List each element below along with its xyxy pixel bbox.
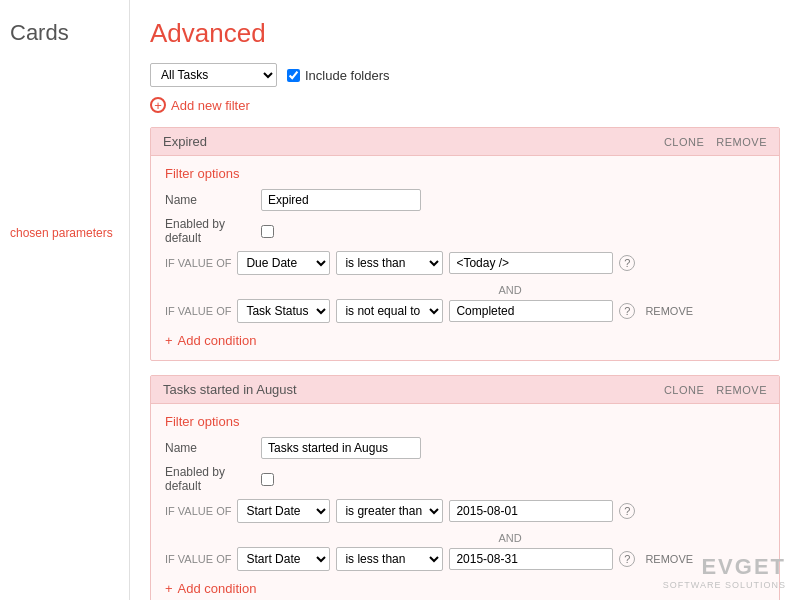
- add-condition-icon-expired: +: [165, 333, 173, 348]
- enabled-row-expired: Enabled by default: [165, 217, 765, 245]
- condition-1-august: IF VALUE OF Start Date Due Date Task Sta…: [165, 499, 765, 523]
- value-input-1-expired[interactable]: [449, 252, 613, 274]
- enabled-label-august: Enabled by default: [165, 465, 255, 493]
- main-content: Advanced All Tasks Active Tasks Complete…: [130, 0, 800, 600]
- operator-select-1-august[interactable]: is greater than is less than is equal to…: [336, 499, 443, 523]
- filter-actions-expired: CLONE REMOVE: [664, 136, 767, 148]
- if-value-of-label-aug-2: IF VALUE OF: [165, 553, 231, 565]
- add-filter-label: Add new filter: [171, 98, 250, 113]
- sidebar-title: Cards: [10, 20, 119, 46]
- remove-august-button[interactable]: REMOVE: [716, 384, 767, 396]
- add-condition-icon-august: +: [165, 581, 173, 596]
- evget-logo-subtext: SOFTWARE SOLUTIONS: [663, 580, 786, 590]
- name-row-august: Name: [165, 437, 765, 459]
- value-input-2-expired[interactable]: [449, 300, 613, 322]
- filter-title-august: Tasks started in August: [163, 382, 297, 397]
- enabled-row-august: Enabled by default: [165, 465, 765, 493]
- tasks-dropdown[interactable]: All Tasks Active Tasks Completed Tasks: [150, 63, 277, 87]
- if-value-of-label-2: IF VALUE OF: [165, 305, 231, 317]
- toolbar: All Tasks Active Tasks Completed Tasks I…: [150, 63, 780, 87]
- value-input-2-august[interactable]: [449, 548, 613, 570]
- add-condition-button-august[interactable]: + Add condition: [165, 577, 256, 596]
- field-select-2-august[interactable]: Start Date Due Date Task Status: [237, 547, 330, 571]
- add-condition-label-august: Add condition: [178, 581, 257, 596]
- name-input-august[interactable]: [261, 437, 421, 459]
- filter-options-title-expired: Filter options: [165, 166, 765, 181]
- field-select-1-expired[interactable]: Due Date Start Date Task Status: [237, 251, 330, 275]
- filter-options-title-august: Filter options: [165, 414, 765, 429]
- filter-card-expired: Expired CLONE REMOVE Filter options Name…: [150, 127, 780, 361]
- enabled-checkbox-expired[interactable]: [261, 225, 274, 238]
- include-folders-checkbox[interactable]: [287, 69, 300, 82]
- condition-1-expired: IF VALUE OF Due Date Start Date Task Sta…: [165, 251, 765, 275]
- add-filter-icon: +: [150, 97, 166, 113]
- field-select-1-august[interactable]: Start Date Due Date Task Status: [237, 499, 330, 523]
- remove-expired-button[interactable]: REMOVE: [716, 136, 767, 148]
- if-value-of-label-1: IF VALUE OF: [165, 257, 231, 269]
- operator-select-2-expired[interactable]: is not equal to is equal to is less than…: [336, 299, 443, 323]
- name-row-expired: Name: [165, 189, 765, 211]
- page-header: Advanced: [150, 18, 780, 49]
- field-select-2-expired[interactable]: Task Status Due Date Start Date: [237, 299, 330, 323]
- enabled-label-expired: Enabled by default: [165, 217, 255, 245]
- evget-logo: EVGET SOFTWARE SOLUTIONS: [663, 554, 786, 590]
- add-filter-button[interactable]: + Add new filter: [150, 97, 250, 113]
- value-input-1-august[interactable]: [449, 500, 613, 522]
- name-label-august: Name: [165, 441, 255, 455]
- filter-body-expired: Filter options Name Enabled by default I…: [151, 156, 779, 360]
- and-divider-august: AND: [255, 529, 765, 547]
- filter-title-expired: Expired: [163, 134, 207, 149]
- sidebar: Cards chosen parameters: [0, 0, 130, 600]
- and-divider-expired: AND: [255, 281, 765, 299]
- sidebar-chosen-params: chosen parameters: [10, 226, 119, 240]
- operator-select-2-august[interactable]: is less than is greater than is equal to…: [336, 547, 443, 571]
- name-input-expired[interactable]: [261, 189, 421, 211]
- enabled-checkbox-august[interactable]: [261, 473, 274, 486]
- clone-august-button[interactable]: CLONE: [664, 384, 704, 396]
- operator-select-1-expired[interactable]: is less than is greater than is not equa…: [336, 251, 443, 275]
- filter-actions-august: CLONE REMOVE: [664, 384, 767, 396]
- add-condition-button-expired[interactable]: + Add condition: [165, 329, 256, 348]
- name-label-expired: Name: [165, 193, 255, 207]
- help-icon-1-august[interactable]: ?: [619, 503, 635, 519]
- help-icon-1-expired[interactable]: ?: [619, 255, 635, 271]
- clone-expired-button[interactable]: CLONE: [664, 136, 704, 148]
- filter-card-header-expired: Expired CLONE REMOVE: [151, 128, 779, 156]
- page-title: Advanced: [150, 18, 266, 49]
- evget-logo-text: EVGET: [663, 554, 786, 580]
- add-condition-label-expired: Add condition: [178, 333, 257, 348]
- include-folders-label[interactable]: Include folders: [287, 68, 390, 83]
- if-value-of-label-aug-1: IF VALUE OF: [165, 505, 231, 517]
- filter-card-header-august: Tasks started in August CLONE REMOVE: [151, 376, 779, 404]
- help-icon-2-expired[interactable]: ?: [619, 303, 635, 319]
- condition-2-expired: IF VALUE OF Task Status Due Date Start D…: [165, 299, 765, 323]
- help-icon-2-august[interactable]: ?: [619, 551, 635, 567]
- remove-condition-2-expired[interactable]: REMOVE: [645, 305, 693, 317]
